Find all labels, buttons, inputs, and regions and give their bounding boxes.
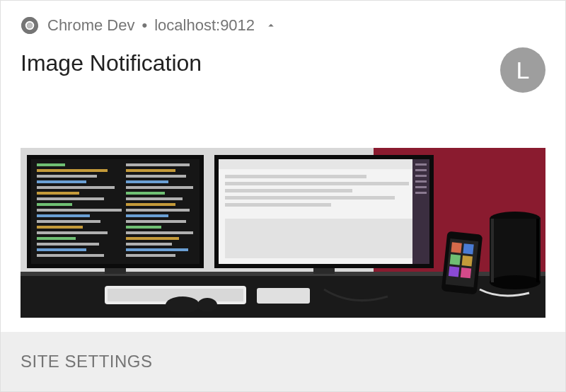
svg-point-79 bbox=[166, 296, 200, 313]
chevron-up-icon bbox=[265, 19, 277, 32]
svg-rect-78 bbox=[257, 288, 310, 304]
svg-rect-29 bbox=[126, 169, 175, 172]
svg-rect-37 bbox=[126, 214, 168, 217]
svg-rect-22 bbox=[37, 226, 83, 229]
svg-rect-41 bbox=[126, 237, 179, 240]
svg-rect-21 bbox=[37, 220, 100, 223]
svg-rect-62 bbox=[313, 268, 335, 274]
svg-rect-69 bbox=[449, 266, 459, 277]
origin: localhost:9012 bbox=[154, 16, 255, 35]
svg-point-4 bbox=[27, 23, 33, 28]
site-settings-button[interactable]: SITE SETTINGS bbox=[21, 352, 153, 371]
svg-rect-66 bbox=[463, 243, 473, 254]
svg-rect-13 bbox=[37, 175, 97, 178]
svg-rect-49 bbox=[225, 175, 366, 178]
svg-rect-16 bbox=[37, 192, 79, 195]
avatar-letter: L bbox=[516, 57, 530, 84]
svg-rect-54 bbox=[225, 219, 423, 258]
svg-rect-11 bbox=[37, 163, 65, 166]
notification-header[interactable]: Chrome Dev • localhost:9012 bbox=[1, 1, 565, 40]
svg-rect-18 bbox=[37, 203, 72, 206]
svg-rect-28 bbox=[126, 163, 190, 166]
svg-rect-26 bbox=[37, 248, 86, 251]
avatar: L bbox=[500, 47, 545, 93]
svg-rect-15 bbox=[37, 186, 115, 189]
svg-point-73 bbox=[490, 275, 541, 289]
hero-image bbox=[21, 148, 545, 318]
svg-rect-72 bbox=[490, 219, 541, 282]
svg-rect-68 bbox=[462, 255, 473, 266]
svg-rect-33 bbox=[126, 192, 165, 195]
svg-rect-36 bbox=[126, 209, 190, 212]
app-name: Chrome Dev bbox=[47, 16, 134, 35]
chrome-icon bbox=[21, 16, 39, 35]
svg-rect-39 bbox=[126, 226, 161, 229]
svg-rect-38 bbox=[126, 220, 186, 223]
svg-rect-14 bbox=[37, 180, 86, 183]
svg-rect-12 bbox=[37, 169, 108, 172]
header-text: Chrome Dev • localhost:9012 bbox=[47, 16, 545, 35]
svg-rect-65 bbox=[451, 242, 461, 253]
svg-rect-23 bbox=[37, 231, 108, 234]
svg-rect-58 bbox=[415, 175, 427, 177]
svg-rect-59 bbox=[415, 180, 427, 183]
svg-rect-35 bbox=[126, 203, 175, 206]
title-row: Image Notification L bbox=[1, 40, 565, 93]
svg-rect-57 bbox=[415, 169, 427, 171]
action-bar: SITE SETTINGS bbox=[1, 332, 565, 391]
svg-rect-53 bbox=[225, 203, 331, 207]
svg-rect-74 bbox=[491, 219, 494, 282]
svg-rect-43 bbox=[126, 248, 188, 251]
svg-rect-34 bbox=[126, 197, 183, 200]
svg-rect-56 bbox=[415, 163, 427, 166]
svg-rect-32 bbox=[126, 186, 193, 189]
svg-rect-61 bbox=[415, 192, 427, 194]
svg-rect-60 bbox=[415, 186, 427, 188]
svg-rect-30 bbox=[126, 175, 186, 178]
svg-rect-42 bbox=[126, 243, 172, 246]
svg-rect-44 bbox=[126, 254, 175, 257]
svg-rect-75 bbox=[536, 219, 539, 282]
notification-title: Image Notification bbox=[21, 47, 202, 76]
notification-card: Chrome Dev • localhost:9012 Image Notifi… bbox=[0, 0, 566, 392]
hero-image-container bbox=[1, 93, 565, 332]
svg-rect-31 bbox=[126, 180, 168, 183]
svg-rect-52 bbox=[225, 196, 395, 200]
svg-rect-50 bbox=[225, 182, 409, 185]
svg-rect-19 bbox=[37, 209, 122, 212]
separator-dot: • bbox=[142, 16, 147, 35]
svg-rect-51 bbox=[225, 189, 352, 192]
svg-rect-27 bbox=[37, 254, 104, 257]
svg-rect-17 bbox=[37, 197, 104, 200]
svg-rect-25 bbox=[37, 243, 99, 246]
svg-rect-48 bbox=[219, 159, 429, 169]
svg-rect-40 bbox=[126, 231, 193, 234]
svg-point-80 bbox=[197, 298, 217, 312]
svg-rect-24 bbox=[37, 237, 76, 240]
svg-rect-45 bbox=[105, 268, 126, 274]
svg-rect-70 bbox=[461, 267, 471, 278]
svg-rect-20 bbox=[37, 214, 90, 217]
svg-rect-67 bbox=[450, 254, 461, 265]
